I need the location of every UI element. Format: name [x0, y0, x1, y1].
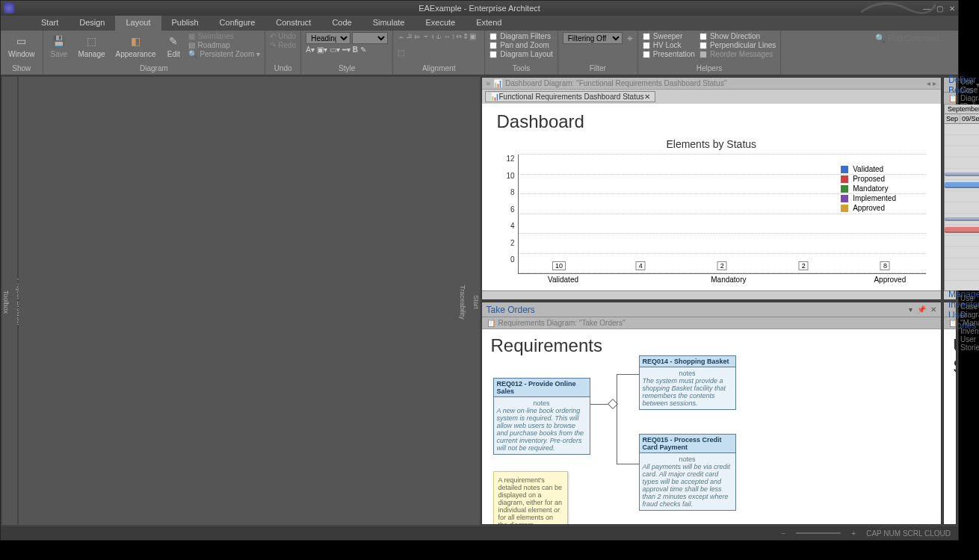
group-show: Show: [5, 64, 38, 75]
subpath-icon: 📋: [948, 94, 957, 102]
user-story-heading: User Story: [944, 329, 956, 383]
panel-user-stories: Manage Inventory User Stories ▾📌✕ 📋Use C…: [943, 302, 957, 525]
panel-dashboard: » 📊 Dashboard Diagram: "Functional Requi…: [481, 77, 942, 300]
diagram-filters-check[interactable]: Diagram Filters: [490, 32, 553, 40]
font-color-icon[interactable]: A▾: [306, 46, 315, 54]
group-filter: Filter: [563, 64, 633, 75]
right-sidebar-strip[interactable]: StartTraceability: [19, 77, 480, 525]
tab-simulate[interactable]: Simulate: [362, 16, 416, 31]
sidebar-tab[interactable]: Traceability: [459, 80, 466, 525]
align-right-icon[interactable]: ⫢: [414, 32, 421, 40]
panel-close-icon[interactable]: ✕: [930, 305, 936, 314]
diagram-layout-check[interactable]: Diagram Layout: [490, 50, 553, 58]
style-heading-combo[interactable]: Heading: [306, 32, 350, 44]
copy-style-icon[interactable]: ✎: [360, 46, 366, 54]
manage-button[interactable]: ⬚Manage: [75, 32, 108, 60]
find-command-input[interactable]: [888, 34, 955, 43]
align-bottom-icon[interactable]: ⫝: [435, 32, 442, 40]
align-middle-icon[interactable]: ⫞: [430, 32, 434, 40]
group-tools: Tools: [490, 64, 553, 75]
sidebar-tab[interactable]: Toolbox: [2, 80, 10, 525]
tab-code[interactable]: Code: [321, 16, 362, 31]
group-helpers: Helpers: [643, 64, 776, 75]
reorder-check[interactable]: Reorder Messages: [699, 50, 776, 58]
sweeper-check[interactable]: Sweeper: [643, 32, 695, 40]
redo-button[interactable]: ↷ Redo: [270, 41, 296, 49]
perpendicular-check[interactable]: Perpendicular Lines: [699, 41, 776, 49]
breadcrumb-text: Dashboard Diagram: "Functional Requireme…: [505, 79, 726, 87]
req012-element[interactable]: REQ012 - Provide Online Sales notesA new…: [493, 378, 590, 455]
same-width-icon[interactable]: ↔: [443, 32, 451, 40]
same-size-icon[interactable]: ▣: [469, 32, 476, 40]
zoom-in-icon[interactable]: +: [851, 529, 856, 538]
save-button[interactable]: 💾Save: [48, 32, 71, 60]
legend-item: Mandatory: [841, 184, 896, 193]
gantt-month: September 2016: [945, 105, 979, 114]
panel-title: Take Orders: [487, 305, 535, 315]
panel-menu-icon[interactable]: ◂ ▸: [927, 79, 936, 87]
filter-combo[interactable]: Filtering Off: [563, 32, 623, 44]
panel-dropdown-icon[interactable]: ▾: [909, 305, 912, 314]
tab-design[interactable]: Design: [69, 16, 115, 31]
align-left-icon[interactable]: ⫠: [398, 32, 405, 40]
tab-construct[interactable]: Construct: [265, 16, 321, 31]
legend-item: Proposed: [841, 175, 896, 183]
presentation-check[interactable]: Presentation: [643, 50, 695, 58]
group-icon[interactable]: ⬚: [398, 49, 404, 57]
sticky-note[interactable]: A requirement's detailed notes can be di…: [493, 471, 568, 524]
chart-title: Elements by Status: [497, 138, 927, 150]
show-direction-check[interactable]: Show Direction: [699, 32, 776, 40]
space-v-icon[interactable]: ⇕: [463, 32, 469, 40]
zoom-out-icon[interactable]: −: [782, 529, 786, 538]
panel-deliver-books: Deliver Books ▾ 📌 ✕ 📋Use Case Diagram: "…: [943, 77, 957, 300]
titlebar: EAExample - Enterprise Architect — ▢ ✕: [1, 1, 958, 16]
sidebar-tab[interactable]: Start: [472, 80, 480, 525]
app-logo: [4, 3, 14, 13]
maximize-icon[interactable]: ▢: [936, 4, 943, 13]
pan-zoom-check[interactable]: Pan and Zoom: [490, 41, 553, 49]
tab-extend[interactable]: Extend: [466, 16, 512, 31]
appearance-button[interactable]: ◧Appearance: [113, 32, 159, 60]
style-font-combo[interactable]: [352, 32, 388, 44]
group-alignment: Alignment: [398, 64, 480, 75]
edit-button[interactable]: ✎Edit: [163, 32, 184, 60]
tab-layout[interactable]: Layout: [115, 16, 161, 31]
space-h-icon[interactable]: ⇔: [456, 32, 462, 40]
tab-configure[interactable]: Configure: [209, 16, 266, 31]
persistent-zoom-button[interactable]: 🔍 Persistent Zoom ▾: [188, 50, 260, 58]
req015-element[interactable]: REQ015 - Process Credit Card Payment not…: [639, 434, 736, 511]
tab-execute[interactable]: Execute: [415, 16, 466, 31]
swimlanes-button[interactable]: ▦ Swimlanes: [188, 32, 260, 40]
diagram-tab[interactable]: 📊 Functional Requirements Dashboard Stat…: [485, 91, 655, 102]
subpath-icon: 📋: [487, 319, 495, 327]
req014-element[interactable]: REQ014 - Shopping Basket notesThe system…: [639, 355, 736, 410]
filter-funnel-icon[interactable]: ⌖: [627, 32, 633, 45]
undo-button[interactable]: ↶ Undo: [270, 32, 296, 40]
group-diagram: Diagram: [48, 64, 261, 75]
window-button[interactable]: ▭Window: [5, 32, 38, 60]
left-sidebar-strip[interactable]: ToolboxProject BrowserResources: [2, 77, 17, 525]
subpath-icon: 📋: [948, 319, 957, 327]
panel-take-orders: Take Orders ▾📌✕ 📋Requirements Diagram: "…: [481, 302, 942, 525]
group-style: Style: [306, 64, 388, 75]
align-center-icon[interactable]: ⫡: [406, 32, 413, 40]
same-height-icon[interactable]: ↕: [451, 32, 455, 40]
tab-start[interactable]: Start: [31, 16, 69, 31]
line-color-icon[interactable]: ▭▾: [330, 46, 340, 54]
panel-pin-icon[interactable]: 📌: [917, 305, 926, 314]
align-top-icon[interactable]: ⫟: [422, 32, 430, 40]
roadmap-button[interactable]: ▤ Roadmap: [188, 41, 260, 49]
close-icon[interactable]: ✕: [949, 4, 955, 13]
legend-item: Approved: [841, 204, 896, 212]
tab-publish[interactable]: Publish: [161, 16, 209, 31]
line-style-icon[interactable]: ━▾: [342, 46, 350, 54]
ribbon: ▭Window Show 💾Save ⬚Manage ◧Appearance ✎…: [1, 31, 958, 75]
bold-icon[interactable]: B: [353, 46, 358, 54]
legend-item: Implemented: [841, 194, 896, 202]
breadcrumb-chevron-icon[interactable]: »: [487, 79, 491, 87]
scrollbar[interactable]: [482, 290, 942, 299]
fill-color-icon[interactable]: ▣▾: [317, 46, 327, 54]
statusbar: − + CAP NUM SCRL CLOUD: [1, 526, 958, 540]
dashboard-heading: Dashboard: [497, 111, 927, 132]
hvlock-check[interactable]: HV Lock: [643, 41, 695, 49]
